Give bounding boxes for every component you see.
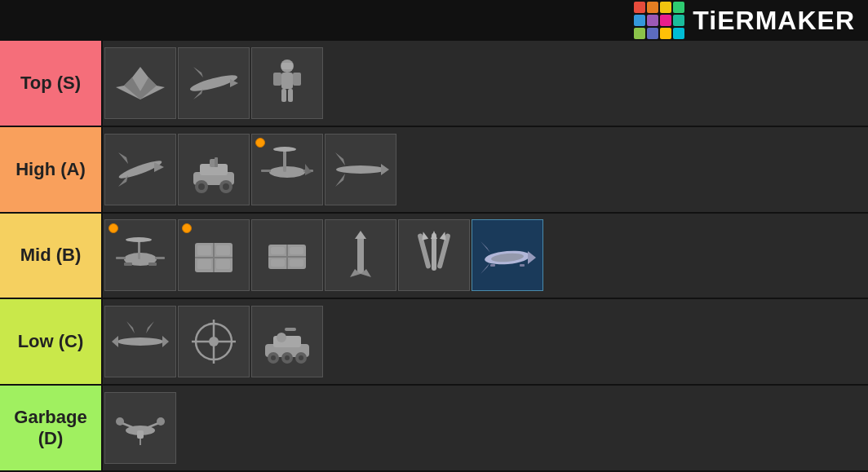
item-jet-fighter[interactable] — [104, 134, 176, 205]
item-soldier[interactable] — [251, 47, 323, 119]
tier-row-top: Top (S) — [0, 41, 868, 127]
svg-rect-34 — [138, 240, 140, 259]
svg-marker-31 — [335, 152, 345, 165]
item-ammo-crate[interactable] — [251, 219, 323, 291]
svg-point-18 — [198, 183, 205, 190]
logo-cell-c-indigo — [647, 28, 658, 39]
svg-marker-75 — [146, 321, 154, 333]
svg-point-85 — [285, 355, 290, 360]
tier-items-top — [103, 41, 868, 126]
item-ac130[interactable] — [472, 219, 543, 291]
svg-rect-95 — [137, 430, 144, 439]
svg-marker-66 — [480, 241, 490, 253]
tier-label-top: Top (S) — [0, 41, 103, 126]
svg-rect-45 — [197, 259, 211, 269]
svg-rect-38 — [124, 262, 132, 266]
svg-point-35 — [126, 237, 152, 242]
svg-marker-72 — [112, 336, 118, 347]
logo-cell-c-blue — [634, 15, 645, 26]
item-supply-crate[interactable] — [178, 219, 250, 291]
tier-label-mid: Mid (B) — [0, 214, 103, 298]
item-recon-plane[interactable] — [104, 306, 176, 377]
item-fighter-jet[interactable] — [178, 47, 250, 119]
tier-label-high: High (A) — [0, 127, 103, 212]
tiermaker-logo: TiERMAKER — [634, 2, 855, 39]
item-attack-plane[interactable] — [325, 134, 396, 205]
svg-rect-22 — [215, 157, 218, 167]
svg-point-23 — [269, 166, 305, 178]
svg-rect-43 — [197, 245, 211, 255]
tier-row-low: Low (C) — [0, 299, 868, 386]
svg-marker-13 — [118, 152, 128, 164]
svg-rect-36 — [155, 257, 165, 259]
logo-cell-c-yellow — [660, 2, 671, 13]
svg-rect-6 — [273, 73, 281, 86]
header: TiERMAKER — [0, 0, 868, 41]
svg-marker-74 — [126, 321, 135, 333]
svg-rect-53 — [290, 259, 303, 267]
logo-cell-c-orange — [647, 2, 658, 13]
svg-rect-37 — [116, 257, 126, 259]
logo-cell-c-cyan — [673, 28, 684, 39]
svg-point-79 — [209, 337, 219, 346]
item-crosshair[interactable] — [178, 306, 250, 377]
svg-rect-39 — [148, 262, 157, 266]
svg-point-87 — [299, 355, 303, 360]
svg-rect-51 — [290, 247, 303, 254]
tier-items-high — [103, 127, 868, 212]
svg-marker-2 — [193, 67, 203, 77]
svg-rect-52 — [271, 259, 285, 267]
svg-rect-5 — [281, 73, 293, 89]
tier-row-high: High (A) — [0, 127, 868, 214]
svg-rect-10 — [281, 63, 293, 69]
logo-grid — [634, 2, 684, 39]
svg-point-94 — [157, 417, 165, 426]
svg-point-83 — [271, 355, 276, 360]
svg-rect-70 — [520, 264, 525, 267]
svg-marker-30 — [381, 164, 389, 175]
svg-rect-50 — [271, 247, 285, 254]
svg-rect-7 — [293, 73, 301, 86]
svg-rect-88 — [285, 328, 296, 331]
item-tank[interactable] — [251, 306, 323, 377]
svg-point-89 — [277, 333, 286, 342]
svg-rect-44 — [216, 245, 230, 255]
tier-items-low — [103, 299, 868, 384]
item-armored-vehicle[interactable] — [178, 134, 250, 205]
svg-rect-69 — [490, 264, 495, 267]
tier-items-mid — [103, 214, 868, 298]
logo-cell-c-amber — [660, 28, 671, 39]
svg-marker-67 — [480, 262, 490, 274]
tier-label-garbage: Garbage (D) — [0, 386, 103, 470]
svg-marker-73 — [162, 336, 169, 347]
item-rockets[interactable] — [398, 219, 470, 291]
svg-point-71 — [117, 337, 163, 346]
tier-label-low: Low (C) — [0, 299, 103, 384]
tier-row-mid: Mid (B) — [0, 214, 868, 300]
svg-point-25 — [273, 147, 296, 152]
tier-items-garbage — [103, 386, 868, 470]
item-missile[interactable] — [325, 219, 396, 291]
item-helicopter-gunship[interactable] — [251, 134, 323, 205]
svg-marker-55 — [355, 231, 366, 239]
svg-rect-8 — [281, 89, 286, 102]
svg-marker-65 — [528, 251, 536, 264]
logo-cell-c-lime — [634, 28, 645, 39]
svg-point-29 — [336, 165, 385, 174]
svg-rect-24 — [283, 149, 286, 172]
item-helicopter[interactable] — [104, 219, 176, 291]
logo-cell-c-teal — [673, 15, 684, 26]
svg-point-20 — [223, 183, 229, 190]
svg-rect-46 — [216, 259, 230, 269]
svg-rect-27 — [261, 170, 271, 172]
item-stealth-bomber[interactable] — [104, 47, 176, 119]
item-uav[interactable] — [104, 392, 176, 464]
svg-marker-32 — [335, 174, 345, 187]
logo-text: TiERMAKER — [693, 6, 855, 36]
svg-rect-54 — [357, 235, 364, 274]
logo-cell-c-red — [634, 2, 645, 13]
svg-rect-9 — [288, 89, 293, 102]
logo-cell-c-purple — [647, 15, 658, 26]
svg-point-93 — [116, 417, 124, 426]
logo-cell-c-green — [673, 2, 684, 13]
